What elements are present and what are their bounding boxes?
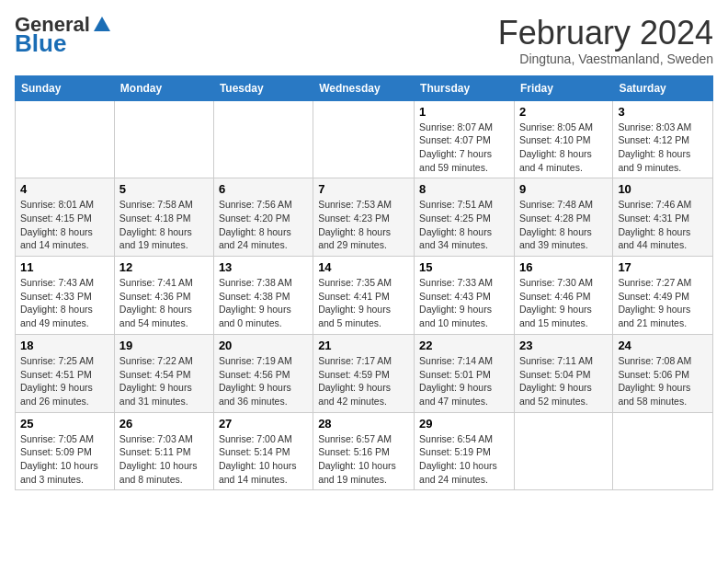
date-number: 1: [419, 105, 509, 119]
page-header: General Blue February 2024 Dingtuna, Vae…: [15, 15, 713, 66]
calendar-subtitle: Dingtuna, Vaestmanland, Sweden: [498, 52, 713, 66]
day-info: Sunrise: 7:30 AM Sunset: 4:46 PM Dayligh…: [519, 276, 608, 330]
week-row-2: 4Sunrise: 8:01 AM Sunset: 4:15 PM Daylig…: [16, 178, 713, 257]
day-info: Sunrise: 8:07 AM Sunset: 4:07 PM Dayligh…: [419, 121, 509, 175]
date-number: 18: [20, 339, 109, 352]
date-number: 3: [618, 105, 708, 119]
day-cell: 4Sunrise: 8:01 AM Sunset: 4:15 PM Daylig…: [16, 178, 115, 257]
date-number: 28: [318, 417, 409, 431]
day-cell: 25Sunrise: 7:05 AM Sunset: 5:09 PM Dayli…: [16, 412, 115, 490]
date-number: 17: [618, 260, 708, 274]
week-row-1: 1Sunrise: 8:07 AM Sunset: 4:07 PM Daylig…: [16, 100, 713, 178]
date-number: 27: [219, 417, 308, 431]
day-header-tuesday: Tuesday: [213, 75, 313, 100]
day-cell: 22Sunrise: 7:14 AM Sunset: 5:01 PM Dayli…: [415, 334, 515, 412]
day-info: Sunrise: 7:14 AM Sunset: 5:01 PM Dayligh…: [419, 354, 509, 408]
logo: General Blue: [15, 15, 112, 55]
day-info: Sunrise: 7:53 AM Sunset: 4:23 PM Dayligh…: [318, 198, 409, 252]
week-row-5: 25Sunrise: 7:05 AM Sunset: 5:09 PM Dayli…: [16, 412, 713, 490]
day-info: Sunrise: 7:35 AM Sunset: 4:41 PM Dayligh…: [318, 276, 409, 330]
date-number: 16: [519, 260, 608, 274]
day-cell: 3Sunrise: 8:03 AM Sunset: 4:12 PM Daylig…: [613, 100, 713, 178]
date-number: 26: [119, 417, 209, 431]
date-number: 14: [318, 260, 409, 274]
date-number: 25: [20, 417, 109, 431]
day-info: Sunrise: 7:38 AM Sunset: 4:38 PM Dayligh…: [219, 276, 308, 330]
day-cell: 9Sunrise: 7:48 AM Sunset: 4:28 PM Daylig…: [514, 178, 612, 257]
svg-marker-0: [94, 17, 110, 31]
day-cell: 8Sunrise: 7:51 AM Sunset: 4:25 PM Daylig…: [415, 178, 515, 257]
day-cell: [613, 412, 713, 490]
week-row-4: 18Sunrise: 7:25 AM Sunset: 4:51 PM Dayli…: [16, 334, 713, 412]
calendar-title: February 2024: [498, 15, 713, 52]
day-cell: 15Sunrise: 7:33 AM Sunset: 4:43 PM Dayli…: [415, 257, 515, 335]
date-number: 10: [618, 182, 708, 196]
day-info: Sunrise: 7:48 AM Sunset: 4:28 PM Dayligh…: [519, 198, 608, 252]
day-cell: 2Sunrise: 8:05 AM Sunset: 4:10 PM Daylig…: [514, 100, 612, 178]
date-number: 8: [419, 182, 509, 196]
day-cell: 17Sunrise: 7:27 AM Sunset: 4:49 PM Dayli…: [613, 257, 713, 335]
day-cell: 24Sunrise: 7:08 AM Sunset: 5:06 PM Dayli…: [613, 334, 713, 412]
day-info: Sunrise: 7:17 AM Sunset: 4:59 PM Dayligh…: [318, 354, 409, 408]
day-cell: 11Sunrise: 7:43 AM Sunset: 4:33 PM Dayli…: [16, 257, 115, 335]
day-cell: 6Sunrise: 7:56 AM Sunset: 4:20 PM Daylig…: [213, 178, 313, 257]
calendar-table: SundayMondayTuesdayWednesdayThursdayFrid…: [15, 75, 713, 491]
day-cell: 5Sunrise: 7:58 AM Sunset: 4:18 PM Daylig…: [114, 178, 213, 257]
date-number: 19: [119, 339, 209, 352]
date-number: 24: [618, 339, 708, 352]
title-area: February 2024 Dingtuna, Vaestmanland, Sw…: [498, 15, 713, 66]
date-number: 29: [419, 417, 509, 431]
day-info: Sunrise: 7:46 AM Sunset: 4:31 PM Dayligh…: [618, 198, 708, 252]
day-cell: 1Sunrise: 8:07 AM Sunset: 4:07 PM Daylig…: [415, 100, 515, 178]
day-info: Sunrise: 7:11 AM Sunset: 5:04 PM Dayligh…: [519, 354, 608, 408]
day-info: Sunrise: 7:25 AM Sunset: 4:51 PM Dayligh…: [20, 354, 109, 408]
date-number: 22: [419, 339, 509, 352]
day-cell: 12Sunrise: 7:41 AM Sunset: 4:36 PM Dayli…: [114, 257, 213, 335]
day-info: Sunrise: 6:54 AM Sunset: 5:19 PM Dayligh…: [419, 432, 509, 487]
day-header-monday: Monday: [114, 75, 213, 100]
day-cell: 29Sunrise: 6:54 AM Sunset: 5:19 PM Dayli…: [415, 412, 515, 490]
day-cell: 16Sunrise: 7:30 AM Sunset: 4:46 PM Dayli…: [514, 257, 612, 335]
date-number: 2: [519, 105, 608, 119]
day-cell: [313, 100, 415, 178]
day-cell: 27Sunrise: 7:00 AM Sunset: 5:14 PM Dayli…: [213, 412, 313, 490]
day-info: Sunrise: 7:51 AM Sunset: 4:25 PM Dayligh…: [419, 198, 509, 252]
day-header-saturday: Saturday: [613, 75, 713, 100]
date-number: 4: [20, 182, 109, 196]
day-info: Sunrise: 7:58 AM Sunset: 4:18 PM Dayligh…: [119, 198, 209, 252]
day-cell: 13Sunrise: 7:38 AM Sunset: 4:38 PM Dayli…: [213, 257, 313, 335]
day-cell: 26Sunrise: 7:03 AM Sunset: 5:11 PM Dayli…: [114, 412, 213, 490]
date-number: 20: [219, 339, 308, 352]
day-info: Sunrise: 7:27 AM Sunset: 4:49 PM Dayligh…: [618, 276, 708, 330]
day-info: Sunrise: 8:05 AM Sunset: 4:10 PM Dayligh…: [519, 121, 608, 175]
day-header-wednesday: Wednesday: [313, 75, 415, 100]
date-number: 15: [419, 260, 509, 274]
day-info: Sunrise: 7:56 AM Sunset: 4:20 PM Dayligh…: [219, 198, 308, 252]
date-number: 9: [519, 182, 608, 196]
day-cell: 20Sunrise: 7:19 AM Sunset: 4:56 PM Dayli…: [213, 334, 313, 412]
day-info: Sunrise: 7:00 AM Sunset: 5:14 PM Dayligh…: [219, 432, 308, 487]
day-cell: [514, 412, 612, 490]
date-number: 12: [119, 260, 209, 274]
day-info: Sunrise: 7:41 AM Sunset: 4:36 PM Dayligh…: [119, 276, 209, 330]
date-number: 21: [318, 339, 409, 352]
day-cell: 21Sunrise: 7:17 AM Sunset: 4:59 PM Dayli…: [313, 334, 415, 412]
day-info: Sunrise: 6:57 AM Sunset: 5:16 PM Dayligh…: [318, 432, 409, 487]
day-header-friday: Friday: [514, 75, 612, 100]
day-info: Sunrise: 7:03 AM Sunset: 5:11 PM Dayligh…: [119, 432, 209, 487]
day-cell: [213, 100, 313, 178]
day-info: Sunrise: 8:01 AM Sunset: 4:15 PM Dayligh…: [20, 198, 109, 252]
day-info: Sunrise: 7:08 AM Sunset: 5:06 PM Dayligh…: [618, 354, 708, 408]
day-headers-row: SundayMondayTuesdayWednesdayThursdayFrid…: [16, 75, 713, 100]
day-cell: 14Sunrise: 7:35 AM Sunset: 4:41 PM Dayli…: [313, 257, 415, 335]
day-cell: 18Sunrise: 7:25 AM Sunset: 4:51 PM Dayli…: [16, 334, 115, 412]
day-cell: 23Sunrise: 7:11 AM Sunset: 5:04 PM Dayli…: [514, 334, 612, 412]
day-cell: [114, 100, 213, 178]
day-info: Sunrise: 7:19 AM Sunset: 4:56 PM Dayligh…: [219, 354, 308, 408]
day-info: Sunrise: 8:03 AM Sunset: 4:12 PM Dayligh…: [618, 121, 708, 175]
week-row-3: 11Sunrise: 7:43 AM Sunset: 4:33 PM Dayli…: [16, 257, 713, 335]
day-info: Sunrise: 7:05 AM Sunset: 5:09 PM Dayligh…: [20, 432, 109, 487]
day-cell: 7Sunrise: 7:53 AM Sunset: 4:23 PM Daylig…: [313, 178, 415, 257]
date-number: 23: [519, 339, 608, 352]
day-cell: 28Sunrise: 6:57 AM Sunset: 5:16 PM Dayli…: [313, 412, 415, 490]
